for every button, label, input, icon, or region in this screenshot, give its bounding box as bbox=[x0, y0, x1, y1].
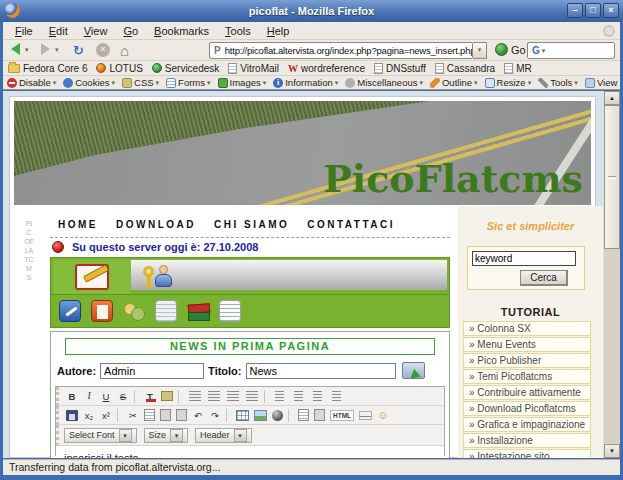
nav-contattaci[interactable]: CONTATTACI bbox=[307, 219, 395, 230]
back-button[interactable] bbox=[11, 43, 20, 55]
devbar-css[interactable]: CSS▾ bbox=[122, 76, 159, 90]
align-left-button[interactable] bbox=[189, 391, 201, 401]
insert-table-button[interactable] bbox=[236, 410, 249, 421]
highlight-color-button[interactable] bbox=[161, 391, 173, 401]
maximize-button[interactable]: □ bbox=[585, 3, 601, 18]
devbar-forms[interactable]: Forms▾ bbox=[166, 76, 210, 90]
menu-bookmarks[interactable]: Bookmarks bbox=[146, 23, 217, 39]
go-button[interactable]: Go bbox=[511, 44, 526, 56]
outdent-button[interactable] bbox=[313, 391, 325, 401]
page-edit-icon[interactable] bbox=[91, 300, 113, 322]
underline-button[interactable]: U bbox=[98, 389, 114, 404]
books-icon[interactable] bbox=[187, 300, 209, 322]
size-select[interactable]: Size▾ bbox=[144, 428, 189, 443]
search-engine-icon[interactable]: G bbox=[528, 45, 542, 56]
insert-image-button[interactable] bbox=[254, 410, 267, 421]
tutorial-item-menu-events[interactable]: » Menu Events bbox=[463, 337, 591, 352]
horizontal-rule-button[interactable] bbox=[359, 411, 372, 420]
bookmark-dnsstuff[interactable]: DNSstuff bbox=[374, 63, 426, 74]
search-engine-dropdown[interactable]: ▾ bbox=[542, 44, 546, 58]
cerca-button[interactable]: Cerca bbox=[520, 270, 568, 286]
print-button[interactable] bbox=[314, 409, 325, 421]
nav-chi-siamo[interactable]: CHI SIAMO bbox=[214, 219, 289, 230]
smiley-button[interactable]: ☺ bbox=[375, 408, 391, 423]
devbar-miscellaneous[interactable]: Miscellaneous▾ bbox=[345, 76, 423, 90]
tutorial-item-colonna-sx[interactable]: » Colonna SX bbox=[463, 321, 591, 336]
paste-button[interactable] bbox=[160, 409, 171, 421]
bookmark-mr[interactable]: MR bbox=[504, 63, 532, 74]
menu-edit[interactable]: Edit bbox=[41, 23, 76, 39]
devbar-cookies[interactable]: Cookies▾ bbox=[63, 76, 115, 90]
search-box[interactable]: G ▾ bbox=[527, 42, 615, 59]
align-right-button[interactable] bbox=[227, 391, 239, 401]
undo-button[interactable]: ↶ bbox=[190, 408, 206, 423]
editor-body[interactable]: inserisci il testo bbox=[56, 446, 444, 458]
scroll-up-button[interactable]: ▲ bbox=[604, 91, 620, 105]
cut-button[interactable]: ✂ bbox=[125, 408, 141, 423]
scrollbar-thumb[interactable] bbox=[604, 105, 620, 249]
go-icon[interactable] bbox=[495, 43, 508, 56]
menu-file[interactable]: File bbox=[7, 23, 41, 39]
devbar-information[interactable]: iInformation▾ bbox=[273, 76, 338, 90]
forward-dropdown[interactable]: ▾ bbox=[55, 43, 59, 57]
numbered-list-button[interactable] bbox=[294, 391, 306, 401]
close-button[interactable]: × bbox=[603, 3, 619, 18]
url-input[interactable] bbox=[225, 45, 472, 56]
insert-anchor-button[interactable] bbox=[272, 410, 283, 421]
url-bar[interactable]: P bbox=[209, 42, 473, 59]
author-input[interactable] bbox=[100, 363, 204, 379]
keyword-input[interactable] bbox=[472, 251, 576, 266]
redo-button[interactable]: ↷ bbox=[207, 408, 223, 423]
nav-download[interactable]: DOWNLOAD bbox=[116, 219, 196, 230]
subscript-button[interactable]: x₂ bbox=[81, 408, 97, 423]
devbar-view-source[interactable]: View Source▾ bbox=[585, 76, 620, 90]
align-center-button[interactable] bbox=[208, 391, 220, 401]
back-dropdown[interactable]: ▾ bbox=[25, 43, 29, 57]
menu-tools[interactable]: Tools bbox=[217, 23, 259, 39]
minimize-button[interactable]: – bbox=[567, 3, 583, 18]
vertical-scrollbar[interactable]: ▲ ▼ bbox=[604, 91, 620, 458]
devbar-outline[interactable]: Outline▾ bbox=[430, 76, 478, 90]
devbar-tools[interactable]: Tools▾ bbox=[538, 76, 578, 90]
bullet-list-button[interactable] bbox=[275, 391, 287, 401]
tab-users[interactable] bbox=[143, 264, 177, 290]
forward-button[interactable] bbox=[41, 43, 50, 55]
html-source-button[interactable]: HTML bbox=[330, 410, 354, 421]
bold-button[interactable]: B bbox=[64, 389, 80, 404]
tab-edit-news[interactable] bbox=[53, 260, 131, 294]
save-button[interactable] bbox=[66, 410, 78, 421]
menu-view[interactable]: View bbox=[76, 23, 116, 39]
bookmark-wordreference[interactable]: Wwordreference bbox=[288, 63, 365, 74]
font-select[interactable]: Select Font▾ bbox=[64, 428, 137, 443]
bookmark-cassandra[interactable]: Cassandra bbox=[435, 63, 495, 74]
devbar-disable[interactable]: Disable▾ bbox=[7, 76, 56, 90]
tutorial-item-temi[interactable]: » Temi Picoflatcms bbox=[463, 369, 591, 384]
menu-help[interactable]: Help bbox=[259, 23, 298, 39]
reload-icon[interactable]: ↻ bbox=[73, 43, 84, 58]
italic-button[interactable]: I bbox=[81, 389, 97, 404]
menu-go[interactable]: Go bbox=[115, 23, 146, 39]
superscript-button[interactable]: x² bbox=[98, 408, 114, 423]
paste-word-button[interactable] bbox=[176, 409, 187, 421]
tutorial-item-pico-publisher[interactable]: » Pico Publisher bbox=[463, 353, 591, 368]
devbar-resize[interactable]: Resize▾ bbox=[485, 76, 532, 90]
bookmark-fedora[interactable]: Fedora Core 6 bbox=[8, 63, 87, 74]
nav-home[interactable]: HOME bbox=[58, 219, 98, 230]
tutorial-item-intestazione[interactable]: » Intestazione sito bbox=[463, 449, 591, 458]
bookmark-servicedesk[interactable]: Servicedesk bbox=[152, 63, 219, 74]
stop-icon[interactable]: × bbox=[96, 43, 110, 57]
tutorial-item-contribuire[interactable]: » Contribuire attivamente bbox=[463, 385, 591, 400]
bookmark-lotus[interactable]: LOTUS bbox=[96, 63, 142, 74]
home-icon[interactable]: ⌂ bbox=[120, 43, 129, 58]
preview-button[interactable] bbox=[298, 409, 309, 421]
font-color-button[interactable]: T bbox=[142, 389, 158, 404]
document-icon[interactable] bbox=[155, 300, 177, 322]
titolo-input[interactable] bbox=[246, 363, 396, 379]
copy-button[interactable] bbox=[144, 409, 155, 421]
edit-pen-icon[interactable] bbox=[59, 300, 81, 322]
url-history-dropdown[interactable]: ▾ bbox=[473, 42, 487, 59]
users-group-icon[interactable] bbox=[123, 300, 145, 322]
header-select[interactable]: Header▾ bbox=[195, 428, 252, 443]
tutorial-item-installazione[interactable]: » Installazione bbox=[463, 433, 591, 448]
tutorial-item-download[interactable]: » Download Picoflatcms bbox=[463, 401, 591, 416]
